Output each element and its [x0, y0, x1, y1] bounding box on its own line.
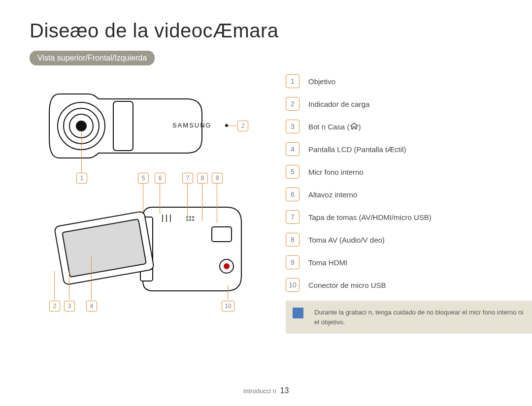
- svg-point-16: [190, 217, 191, 218]
- legend-num: 5: [286, 165, 299, 179]
- camcorder-svg: SAMSUNG: [39, 74, 251, 315]
- legend-row: 7Tapa de tomas (AV/HDMI/micro USB): [286, 210, 532, 224]
- page-footer: Introducci n 13: [0, 386, 532, 395]
- svg-point-10: [224, 263, 230, 269]
- legend-row: 6Altavoz interno: [286, 187, 532, 201]
- legend-label: Altavoz interno: [308, 190, 357, 199]
- legend-label: Toma HDMI: [308, 258, 347, 267]
- note-box: Durante la grabaci n, tenga cuidado de n…: [286, 301, 532, 334]
- callout-1: 1: [76, 173, 87, 184]
- legend-label: Bot n Casa (: [308, 123, 349, 131]
- svg-rect-4: [113, 101, 133, 151]
- svg-rect-11: [212, 227, 232, 242]
- legend-num: 8: [286, 233, 299, 247]
- callout-3: 3: [64, 301, 75, 312]
- legend-row: 5Micr fono interno: [286, 165, 532, 179]
- legend-row: 3 Bot n Casa ( ): [286, 120, 532, 133]
- svg-point-18: [187, 219, 188, 221]
- callout-2-bottom: 2: [49, 301, 60, 312]
- note-text: Durante la grabaci n, tenga cuidado de n…: [314, 309, 523, 326]
- legend-list: 1Objetivo 2Indicador de carga 3 Bot n Ca…: [286, 74, 532, 334]
- legend-label: Objetivo: [308, 77, 335, 86]
- legend-row: 1Objetivo: [286, 74, 532, 88]
- legend-num: 1: [286, 74, 299, 88]
- callout-5: 5: [138, 173, 149, 184]
- legend-label: Micr fono interno: [308, 168, 364, 176]
- page-title: Diseæo de la videocÆmara: [30, 20, 502, 42]
- legend-label: Conector de micro USB: [308, 281, 386, 289]
- page-number: 13: [280, 386, 289, 395]
- legend-num: 2: [286, 97, 299, 111]
- callout-6: 6: [155, 173, 166, 184]
- home-icon: [350, 123, 358, 131]
- legend-num: 4: [286, 142, 299, 156]
- callout-9: 9: [212, 173, 223, 184]
- svg-point-20: [193, 219, 194, 221]
- svg-point-3: [76, 121, 86, 131]
- legend-num: 9: [286, 255, 299, 269]
- svg-point-17: [193, 217, 194, 218]
- legend-label: Indicador de carga: [308, 100, 369, 108]
- callout-10: 10: [222, 301, 234, 312]
- section-pill: Vista superior/Frontal/Izquierda: [30, 51, 155, 65]
- svg-point-19: [190, 219, 191, 221]
- callout-4: 4: [86, 301, 97, 312]
- legend-row: 4Pantalla LCD (Pantalla tÆctil): [286, 142, 532, 156]
- legend-row: 2Indicador de carga: [286, 97, 532, 111]
- legend-row: 10Conector de micro USB: [286, 278, 532, 292]
- legend-num: 6: [286, 187, 299, 201]
- legend-label-tail: ): [358, 123, 361, 131]
- callout-8: 8: [197, 173, 208, 184]
- legend-label: Tapa de tomas (AV/HDMI/micro USB): [308, 213, 432, 221]
- legend-label: Toma AV (Audio/V deo): [308, 236, 385, 244]
- brand-label: SAMSUNG: [172, 122, 212, 129]
- legend-row: 9Toma HDMI: [286, 255, 532, 269]
- callout-2-top: 2: [237, 121, 248, 131]
- camcorder-diagram: SAMSUNG: [39, 74, 251, 315]
- callout-7: 7: [182, 173, 193, 184]
- legend-num: 10: [286, 278, 299, 292]
- legend-num: 7: [286, 210, 299, 224]
- legend-row: 8Toma AV (Audio/V deo): [286, 233, 532, 247]
- legend-num: 3: [286, 120, 299, 133]
- note-icon: [293, 308, 303, 318]
- legend-label: Pantalla LCD (Pantalla tÆctil): [308, 145, 406, 154]
- footer-section: Introducci n: [243, 387, 276, 395]
